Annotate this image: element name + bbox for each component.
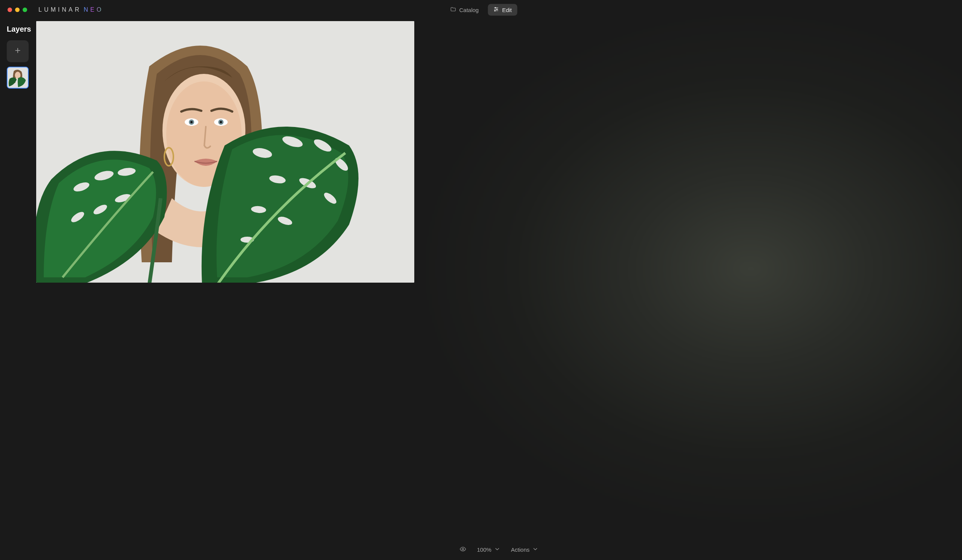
logo-main: LUMINAR bbox=[39, 6, 81, 13]
traffic-lights bbox=[8, 8, 27, 12]
zoom-window-button[interactable] bbox=[23, 8, 27, 12]
compare-toggle[interactable] bbox=[460, 545, 466, 554]
close-window-button[interactable] bbox=[8, 8, 12, 12]
canvas-image bbox=[36, 21, 414, 282]
sliders-icon bbox=[493, 6, 499, 14]
svg-point-18 bbox=[220, 121, 222, 123]
chevron-down-icon bbox=[532, 545, 539, 554]
folder-icon bbox=[450, 6, 456, 14]
zoom-value: 100% bbox=[477, 546, 491, 553]
app-window: LUMINAR NEO Catalog Edit bbox=[0, 0, 962, 560]
workspace: Layers bbox=[0, 19, 962, 560]
bottom-toolbar: 100% Actions bbox=[36, 539, 962, 560]
svg-point-36 bbox=[462, 548, 464, 550]
svg-point-5 bbox=[494, 10, 496, 11]
chevron-down-icon bbox=[494, 545, 500, 554]
tab-edit[interactable]: Edit bbox=[488, 4, 517, 16]
layers-panel: Layers bbox=[0, 19, 36, 560]
svg-point-1 bbox=[495, 7, 496, 8]
actions-label: Actions bbox=[511, 546, 529, 553]
actions-dropdown[interactable]: Actions bbox=[511, 545, 539, 554]
eye-icon bbox=[460, 545, 466, 554]
tab-edit-label: Edit bbox=[502, 7, 512, 13]
svg-point-3 bbox=[496, 9, 497, 10]
layers-title: Layers bbox=[7, 23, 29, 36]
svg-point-15 bbox=[190, 121, 193, 123]
tab-catalog[interactable]: Catalog bbox=[445, 4, 484, 16]
titlebar: LUMINAR NEO Catalog Edit bbox=[0, 0, 962, 19]
layer-thumbnail-1[interactable] bbox=[7, 67, 29, 89]
app-logo: LUMINAR NEO bbox=[39, 6, 104, 13]
canvas-viewport bbox=[36, 19, 962, 539]
mode-tabs: Catalog Edit bbox=[445, 4, 517, 16]
main-area: 100% Actions bbox=[36, 19, 962, 560]
plus-icon bbox=[14, 46, 22, 56]
logo-suffix: NEO bbox=[84, 6, 104, 13]
zoom-dropdown[interactable]: 100% bbox=[477, 545, 500, 554]
layer-thumbnail-image bbox=[8, 68, 28, 88]
add-layer-button[interactable] bbox=[7, 40, 29, 62]
minimize-window-button[interactable] bbox=[15, 8, 19, 12]
image-canvas[interactable] bbox=[36, 21, 414, 282]
tab-catalog-label: Catalog bbox=[459, 7, 479, 13]
